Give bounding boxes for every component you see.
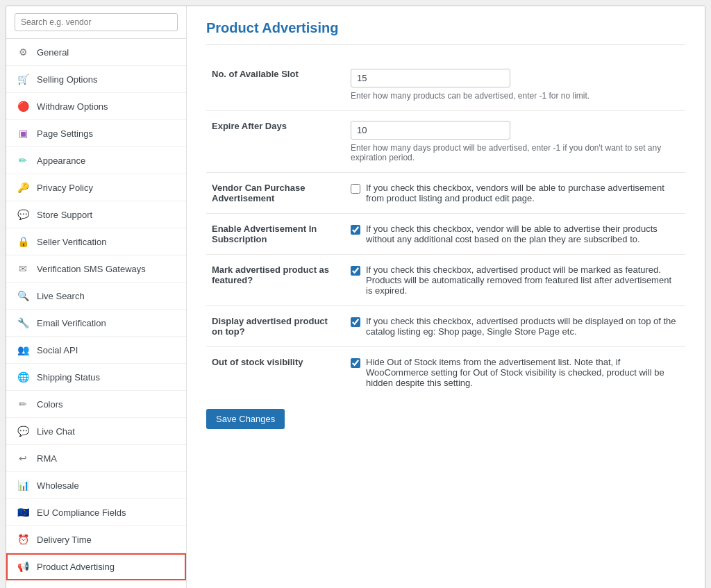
field-value-enable-advertisement-subscription: If you check this checkbox, vendor will … xyxy=(345,214,685,255)
settings-table: No. of Available SlotEnter how many prod… xyxy=(206,59,685,398)
checkbox-row-out-of-stock-visibility: Hide Out of Stock items from the adverti… xyxy=(351,357,680,388)
checkbox-label-mark-advertised-featured: If you check this checkbox, advertised p… xyxy=(366,264,680,296)
nav-icon-rma: ↩ xyxy=(16,451,30,465)
field-label-mark-advertised-featured: Mark advertised product as featured? xyxy=(206,255,345,306)
sidebar-item-live-search[interactable]: 🔍Live Search xyxy=(6,283,186,310)
nav-icon-general: ⚙ xyxy=(16,45,30,59)
sidebar-item-withdraw-options[interactable]: 🔴Withdraw Options xyxy=(6,93,186,120)
nav-icon-appearance: ✏ xyxy=(16,153,30,167)
checkbox-display-advertised-top[interactable] xyxy=(351,317,360,327)
settings-row-vendor-can-purchase: Vendor Can Purchase AdvertisementIf you … xyxy=(206,173,685,214)
nav-label-appearance: Appearance xyxy=(37,156,85,166)
hint-available-slot: Enter how many products can be advertise… xyxy=(351,91,680,101)
page-title: Product Advertising xyxy=(206,20,685,45)
field-value-expire-after-days: Enter how many days product will be adve… xyxy=(345,111,685,173)
sidebar-item-appearance[interactable]: ✏Appearance xyxy=(6,147,186,174)
sidebar-item-seller-verification[interactable]: 🔒Seller Verification xyxy=(6,228,186,255)
sidebar-item-verification-sms[interactable]: ✉Verification SMS Gateways xyxy=(6,255,186,283)
nav-icon-delivery-time: ⏰ xyxy=(16,532,30,546)
sidebar-item-live-chat[interactable]: 💬Live Chat xyxy=(6,418,186,445)
nav-label-social-api: Social API xyxy=(37,345,78,355)
nav-label-live-chat: Live Chat xyxy=(37,426,75,437)
field-value-vendor-can-purchase: If you check this checkbox, vendors will… xyxy=(345,173,685,214)
sidebar-item-eu-compliance[interactable]: 🇪🇺EU Compliance Fields xyxy=(6,499,186,526)
sidebar-search-container xyxy=(6,6,186,39)
sidebar-item-page-settings[interactable]: ▣Page Settings xyxy=(6,120,186,147)
save-changes-button[interactable]: Save Changes xyxy=(206,409,285,429)
nav-icon-live-chat: 💬 xyxy=(16,424,30,438)
checkbox-out-of-stock-visibility[interactable] xyxy=(351,358,360,368)
nav-label-email-verification: Email Verification xyxy=(37,318,106,328)
sidebar-item-selling-options[interactable]: 🛒Selling Options xyxy=(6,66,186,93)
nav-label-general: General xyxy=(37,47,69,58)
sidebar: ⚙General🛒Selling Options🔴Withdraw Option… xyxy=(6,6,187,588)
checkbox-mark-advertised-featured[interactable] xyxy=(351,266,360,276)
sidebar-item-store-support[interactable]: 💬Store Support xyxy=(6,201,186,228)
nav-label-verification-sms: Verification SMS Gateways xyxy=(37,264,146,274)
nav-label-seller-verification: Seller Verification xyxy=(37,237,106,247)
checkbox-row-display-advertised-top: If you check this checkbox, advertised p… xyxy=(351,316,680,337)
nav-icon-eu-compliance: 🇪🇺 xyxy=(16,505,30,519)
checkbox-row-vendor-can-purchase: If you check this checkbox, vendors will… xyxy=(351,183,680,203)
nav-label-eu-compliance: EU Compliance Fields xyxy=(37,507,126,518)
nav-label-rma: RMA xyxy=(37,453,57,464)
field-label-vendor-can-purchase: Vendor Can Purchase Advertisement xyxy=(206,173,345,214)
sidebar-item-email-verification[interactable]: 🔧Email Verification xyxy=(6,310,186,337)
field-label-expire-after-days: Expire After Days xyxy=(206,111,345,173)
sidebar-item-general[interactable]: ⚙General xyxy=(6,39,186,66)
sidebar-nav: ⚙General🛒Selling Options🔴Withdraw Option… xyxy=(6,39,186,588)
sidebar-item-wholesale[interactable]: 📊Wholesale xyxy=(6,472,186,499)
sidebar-item-privacy-policy[interactable]: 🔑Privacy Policy xyxy=(6,174,186,201)
input-expire-after-days[interactable] xyxy=(351,121,510,140)
main-content: Product Advertising No. of Available Slo… xyxy=(187,6,705,588)
sidebar-item-colors[interactable]: ✏Colors xyxy=(6,391,186,418)
checkbox-row-mark-advertised-featured: If you check this checkbox, advertised p… xyxy=(351,264,680,296)
settings-row-enable-advertisement-subscription: Enable Advertisement In SubscriptionIf y… xyxy=(206,214,685,255)
field-label-enable-advertisement-subscription: Enable Advertisement In Subscription xyxy=(206,214,345,255)
settings-row-out-of-stock-visibility: Out of stock visibilityHide Out of Stock… xyxy=(206,347,685,398)
field-label-display-advertised-top: Display advertised product on top? xyxy=(206,306,345,347)
checkbox-row-enable-advertisement-subscription: If you check this checkbox, vendor will … xyxy=(351,224,680,244)
input-available-slot[interactable] xyxy=(351,69,510,87)
sidebar-item-shipping-status[interactable]: 🌐Shipping Status xyxy=(6,364,186,391)
nav-label-product-advertising: Product Advertising xyxy=(37,562,115,572)
nav-label-page-settings: Page Settings xyxy=(37,128,93,139)
checkbox-label-out-of-stock-visibility: Hide Out of Stock items from the adverti… xyxy=(366,357,680,388)
nav-icon-verification-sms: ✉ xyxy=(16,262,30,276)
nav-icon-shipping-status: 🌐 xyxy=(16,370,30,384)
checkbox-label-display-advertised-top: If you check this checkbox, advertised p… xyxy=(366,316,680,337)
nav-icon-product-advertising: 📢 xyxy=(16,560,30,573)
sidebar-search-input[interactable] xyxy=(15,13,178,31)
hint-expire-after-days: Enter how many days product will be adve… xyxy=(351,143,680,162)
sidebar-item-product-advertising[interactable]: 📢Product Advertising xyxy=(6,553,186,580)
nav-icon-privacy-policy: 🔑 xyxy=(16,180,30,194)
sidebar-item-social-api[interactable]: 👥Social API xyxy=(6,337,186,364)
nav-icon-selling-options: 🛒 xyxy=(16,72,30,86)
checkbox-label-vendor-can-purchase: If you check this checkbox, vendors will… xyxy=(366,183,680,203)
field-value-out-of-stock-visibility: Hide Out of Stock items from the adverti… xyxy=(345,347,685,398)
sidebar-item-vendor-subscription[interactable]: ▭Vendor Subscription xyxy=(6,580,186,588)
nav-label-shipping-status: Shipping Status xyxy=(37,372,100,383)
nav-icon-seller-verification: 🔒 xyxy=(16,235,30,249)
settings-row-expire-after-days: Expire After DaysEnter how many days pro… xyxy=(206,111,685,173)
settings-row-display-advertised-top: Display advertised product on top?If you… xyxy=(206,306,685,347)
sidebar-item-delivery-time[interactable]: ⏰Delivery Time xyxy=(6,526,186,553)
checkbox-vendor-can-purchase[interactable] xyxy=(351,184,360,194)
nav-label-wholesale: Wholesale xyxy=(37,480,79,491)
nav-label-selling-options: Selling Options xyxy=(37,74,97,85)
checkbox-label-enable-advertisement-subscription: If you check this checkbox, vendor will … xyxy=(366,224,680,244)
checkbox-enable-advertisement-subscription[interactable] xyxy=(351,225,360,235)
nav-icon-withdraw-options: 🔴 xyxy=(16,99,30,113)
sidebar-item-rma[interactable]: ↩RMA xyxy=(6,445,186,472)
nav-icon-live-search: 🔍 xyxy=(16,289,30,303)
nav-icon-page-settings: ▣ xyxy=(16,126,30,140)
nav-icon-email-verification: 🔧 xyxy=(16,316,30,330)
nav-icon-colors: ✏ xyxy=(16,397,30,411)
nav-icon-store-support: 💬 xyxy=(16,208,30,221)
settings-row-mark-advertised-featured: Mark advertised product as featured?If y… xyxy=(206,255,685,306)
settings-row-available-slot: No. of Available SlotEnter how many prod… xyxy=(206,59,685,111)
field-value-mark-advertised-featured: If you check this checkbox, advertised p… xyxy=(345,255,685,306)
nav-icon-wholesale: 📊 xyxy=(16,478,30,492)
field-label-available-slot: No. of Available Slot xyxy=(206,59,345,111)
nav-label-store-support: Store Support xyxy=(37,210,92,220)
